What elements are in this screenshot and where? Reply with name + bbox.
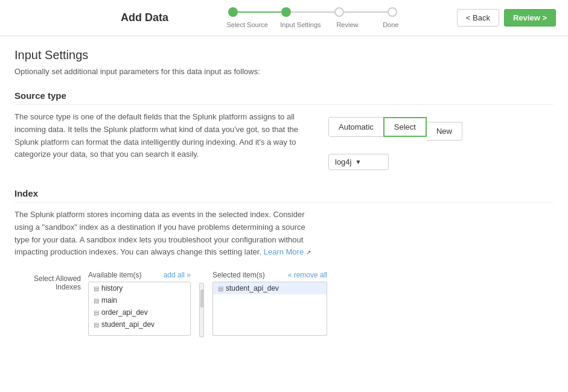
- step-label-3: Review: [326, 21, 368, 28]
- list-item[interactable]: ▤ student_api_dev: [89, 318, 190, 330]
- step-circle-2: [281, 7, 291, 17]
- step-label-2: Input Settings: [275, 21, 326, 28]
- index-section: Index The Splunk platform stores incomin…: [14, 188, 554, 337]
- wizard-steps: Select Source Input Settings Review Done: [226, 7, 398, 28]
- step-circle-1: [228, 7, 238, 17]
- new-button[interactable]: New: [427, 122, 462, 141]
- index-title: Index: [14, 188, 554, 203]
- item-name: student_api_dev: [101, 320, 155, 329]
- back-button[interactable]: < Back: [457, 9, 499, 27]
- item-name: history: [101, 284, 123, 292]
- item-icon: ▤: [94, 285, 99, 292]
- header: Add Data Select Source Input Settings Re…: [0, 0, 568, 36]
- external-link-icon: ↗: [306, 249, 311, 256]
- list-item[interactable]: ▤ history: [89, 282, 190, 294]
- available-panel-header: Available item(s) add all »: [88, 271, 191, 279]
- page-title: Add Data: [121, 11, 168, 24]
- learn-more-link[interactable]: Learn More: [264, 247, 304, 256]
- source-type-title: Source type: [14, 90, 554, 105]
- item-name: order_api_dev: [101, 308, 148, 317]
- indexes-panels: Available item(s) add all » ▤ history ▤ …: [88, 271, 327, 337]
- available-label: Available item(s): [88, 271, 141, 279]
- indexes-section: Select Allowed Indexes Available item(s)…: [14, 271, 554, 337]
- index-left: The Splunk platform stores incoming data…: [14, 209, 316, 259]
- item-icon: ▤: [218, 285, 223, 292]
- selected-panel-header: Selected item(s) « remove all: [212, 271, 327, 279]
- step-label-1: Select Source: [226, 21, 278, 28]
- dropdown-value: log4j: [335, 157, 351, 166]
- connector-3: [344, 11, 388, 13]
- connector-2: [291, 11, 334, 13]
- available-list[interactable]: ▤ history ▤ main ▤ order_api_dev: [88, 282, 191, 336]
- selected-panel-col: Selected item(s) « remove all ▤ student_…: [212, 271, 327, 336]
- selected-list-item[interactable]: ▤ student_api_dev: [213, 282, 327, 294]
- source-type-body: The source type is one of the default fi…: [14, 111, 554, 170]
- available-panel: Available item(s) add all » ▤ history ▤ …: [88, 271, 191, 336]
- selected-item-name: student_api_dev: [226, 284, 279, 292]
- connector-1: [238, 11, 281, 13]
- index-description: The Splunk platform stores incoming data…: [14, 209, 316, 259]
- source-type-description: The source type is one of the default fi…: [14, 111, 316, 161]
- select-button[interactable]: Select: [383, 117, 427, 137]
- list-item[interactable]: ▤ order_api_dev: [89, 306, 190, 318]
- step-label-4: Done: [368, 21, 398, 28]
- source-type-dropdown[interactable]: log4j ▼: [328, 154, 389, 170]
- scrollbar-thumb: [200, 289, 204, 308]
- indexes-label: Select Allowed Indexes: [14, 271, 81, 291]
- item-icon: ▤: [94, 309, 99, 316]
- add-all-link[interactable]: add all »: [164, 271, 191, 279]
- item-icon: ▤: [94, 297, 99, 304]
- selected-list[interactable]: ▤ student_api_dev: [212, 282, 327, 336]
- remove-all-link[interactable]: « remove all: [288, 271, 327, 279]
- step-circle-4: [388, 7, 397, 17]
- list-item[interactable]: ▤ main: [89, 294, 190, 306]
- automatic-button[interactable]: Automatic: [329, 118, 384, 136]
- source-type-button-group: Automatic Select: [328, 117, 427, 137]
- review-button[interactable]: Review >: [504, 9, 556, 27]
- scrollbar[interactable]: [199, 283, 204, 337]
- dropdown-arrow-icon: ▼: [355, 159, 361, 165]
- item-name: main: [101, 296, 117, 305]
- source-type-section: Source type The source type is one of th…: [14, 90, 554, 170]
- index-body: The Splunk platform stores incoming data…: [14, 209, 554, 259]
- source-type-controls: Automatic Select New: [328, 117, 462, 145]
- indexes-row: Select Allowed Indexes Available item(s)…: [14, 271, 554, 337]
- item-icon: ▤: [94, 321, 99, 328]
- header-buttons: < Back Review >: [457, 9, 556, 27]
- source-type-left: The source type is one of the default fi…: [14, 111, 316, 170]
- page-heading: Input Settings: [14, 48, 554, 62]
- selected-label: Selected item(s): [212, 271, 265, 279]
- step-circle-3: [334, 7, 344, 17]
- source-type-right: Automatic Select New log4j ▼: [328, 111, 509, 170]
- main-content: Input Settings Optionally set additional…: [0, 36, 568, 392]
- page-description: Optionally set additional input paramete…: [14, 67, 554, 76]
